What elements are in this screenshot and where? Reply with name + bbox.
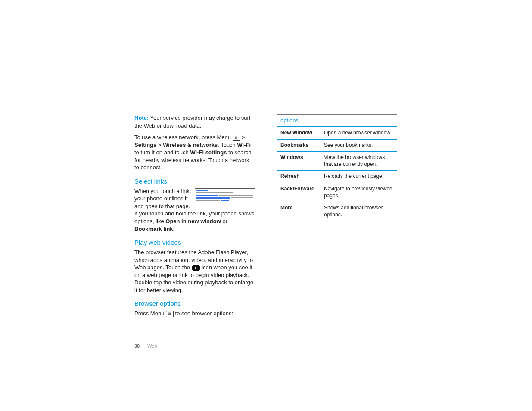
browser-options-text-b: to see browser options: bbox=[174, 310, 233, 317]
note-text: Your service provider may charge to surf… bbox=[134, 115, 251, 129]
option-desc: See your bookmarks. bbox=[320, 139, 397, 152]
note-paragraph: Note: Your service provider may charge t… bbox=[134, 114, 255, 129]
left-column: Note: Your service provider may charge t… bbox=[134, 114, 255, 349]
play-icon: ▶ bbox=[192, 265, 200, 271]
play-videos-paragraph: The browser features the Adobe Flash Pla… bbox=[134, 249, 255, 294]
heading-select-links: Select links bbox=[134, 177, 255, 185]
heading-browser-options: Browser options bbox=[134, 300, 255, 307]
table-row: Refresh Reloads the current page. bbox=[277, 171, 397, 183]
option-desc: Reloads the current page. bbox=[320, 171, 397, 183]
table-row: Bookmarks See your bookmarks. bbox=[277, 139, 397, 152]
wireless-text-d: . Touch bbox=[218, 142, 237, 148]
select-links-end: . bbox=[173, 226, 175, 232]
wireless-paragraph: To use a wireless network, press Menu ⊞ … bbox=[134, 134, 255, 171]
option-key: Windows bbox=[277, 152, 321, 171]
option-desc: Open a new browser window. bbox=[320, 127, 397, 139]
options-table: options New Window Open a new browser wi… bbox=[277, 114, 397, 221]
wifi-label: Wi-Fi bbox=[237, 142, 251, 148]
open-in-new-window-label: Open in new window bbox=[165, 218, 221, 224]
heading-play-web-videos: Play web videos bbox=[134, 239, 255, 246]
browser-options-paragraph: Press Menu ⊞ to see browser options: bbox=[134, 310, 255, 318]
table-row: Windows View the browser windows that ar… bbox=[277, 152, 397, 171]
wifi-settings-label: Wi-Fi settings bbox=[190, 149, 227, 156]
menu-icon: ⊞ bbox=[233, 135, 240, 141]
page-footer: 38Web bbox=[134, 343, 255, 349]
menu-icon: ⊞ bbox=[166, 311, 174, 317]
options-table-header: options bbox=[277, 115, 397, 127]
search-results-thumbnail bbox=[195, 188, 255, 206]
option-key: Back/Forward bbox=[277, 183, 321, 202]
option-key: New Window bbox=[277, 127, 321, 139]
bookmark-link-label: Bookmark link bbox=[134, 226, 173, 232]
option-key: Refresh bbox=[277, 171, 321, 183]
browser-options-text-a: Press Menu bbox=[134, 310, 166, 317]
option-desc: Shows additional browser options. bbox=[320, 202, 397, 221]
settings-label: Settings bbox=[134, 142, 156, 148]
table-row: New Window Open a new browser window. bbox=[277, 127, 397, 139]
wireless-text-b: > bbox=[240, 134, 245, 140]
wireless-text-e: to turn it on and touch bbox=[134, 149, 190, 156]
wireless-text-c: > bbox=[156, 142, 163, 148]
option-key: Bookmarks bbox=[277, 139, 321, 152]
note-label: Note: bbox=[134, 115, 149, 121]
page-section-label: Web bbox=[147, 343, 157, 349]
wireless-text-a: To use a wireless network, press Menu bbox=[134, 134, 233, 140]
page-spread: Note: Your service provider may charge t… bbox=[0, 0, 532, 349]
wireless-networks-label: Wireless & networks bbox=[163, 142, 218, 148]
table-row: Back/Forward Navigate to previously view… bbox=[277, 183, 397, 202]
option-desc: Navigate to previously viewed pages. bbox=[320, 183, 397, 202]
select-links-or: or bbox=[221, 218, 227, 224]
option-desc: View the browser windows that are curren… bbox=[320, 152, 397, 171]
right-column: options New Window Open a new browser wi… bbox=[277, 114, 397, 349]
table-row: More Shows additional browser options. bbox=[277, 202, 397, 221]
option-key: More bbox=[277, 202, 321, 221]
page-number: 38 bbox=[134, 343, 140, 349]
select-links-block: When you touch a link, your phone outlin… bbox=[134, 187, 255, 233]
